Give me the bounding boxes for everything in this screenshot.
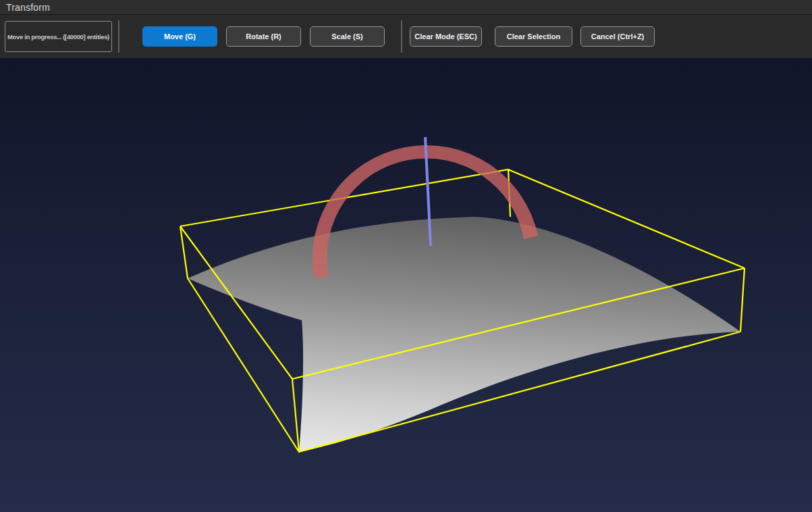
move-button[interactable]: Move (G) xyxy=(142,26,217,47)
viewport-3d[interactable] xyxy=(0,58,812,512)
clear-mode-button[interactable]: Clear Mode (ESC) xyxy=(410,26,482,47)
window-title: Transform xyxy=(6,2,50,13)
cancel-button[interactable]: Cancel (Ctrl+Z) xyxy=(580,26,655,47)
toolbar-separator xyxy=(401,20,402,53)
clear-selection-button[interactable]: Clear Selection xyxy=(495,26,572,47)
transform-status-text: Move in progress... ([40000] entities) xyxy=(7,33,109,41)
transform-status-box: Move in progress... ([40000] entities) xyxy=(5,21,112,52)
transform-window: Transform Move in progress... ([40000] e… xyxy=(0,0,812,512)
toolbar: Move in progress... ([40000] entities) M… xyxy=(0,15,812,58)
scene-canvas xyxy=(0,58,812,511)
selected-surface xyxy=(188,217,740,452)
rotate-button[interactable]: Rotate (R) xyxy=(226,26,301,47)
title-bar: Transform xyxy=(0,0,812,15)
toolbar-separator xyxy=(118,20,119,53)
scale-button[interactable]: Scale (S) xyxy=(310,26,385,47)
